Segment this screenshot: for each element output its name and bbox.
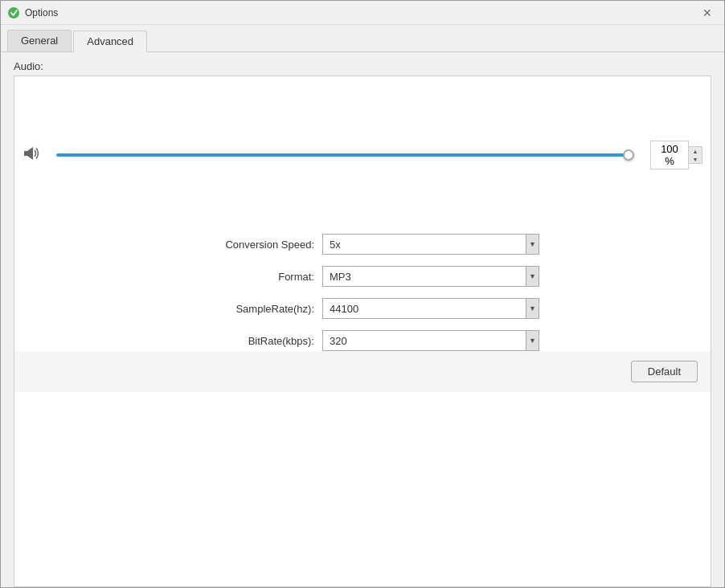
format-label: Format: (186, 271, 314, 283)
audio-box: 100 % ▲ ▼ Conversion Speed: 5x ▼ (14, 76, 711, 587)
options-window: Options ✕ General Advanced Audio: (0, 0, 725, 588)
tab-general[interactable]: General (7, 30, 72, 51)
volume-value-container: 100 % ▲ ▼ (650, 141, 702, 169)
svg-marker-2 (27, 147, 33, 160)
bottom-bar: Default (14, 351, 711, 392)
volume-unit: % (665, 155, 674, 167)
audio-section-label: Audio: (1, 52, 724, 76)
close-button[interactable]: ✕ (697, 4, 718, 22)
volume-row: 100 % ▲ ▼ (14, 141, 711, 169)
tab-advanced[interactable]: Advanced (73, 31, 147, 52)
bit-rate-label: BitRate(kbps): (186, 335, 314, 347)
volume-icon (23, 145, 40, 165)
format-arrow: ▼ (526, 267, 539, 286)
conversion-speed-arrow: ▼ (526, 235, 539, 254)
form-area: Conversion Speed: 5x ▼ Format: MP3 ▼ Sam… (14, 234, 711, 351)
app-icon (7, 6, 20, 19)
sample-rate-label: SampleRate(hz): (186, 303, 314, 315)
sample-rate-dropdown[interactable]: 44100 ▼ (322, 298, 539, 319)
tabs-container: General Advanced (1, 25, 724, 52)
volume-number: 100 (661, 143, 678, 155)
format-value: MP3 (330, 271, 526, 283)
volume-slider[interactable] (56, 153, 634, 157)
title-bar: Options ✕ (1, 1, 724, 25)
volume-spinner: ▲ ▼ (689, 146, 702, 164)
bit-rate-dropdown[interactable]: 320 ▼ (322, 330, 539, 351)
conversion-speed-row: Conversion Speed: 5x ▼ (186, 234, 539, 255)
format-row: Format: MP3 ▼ (186, 266, 539, 287)
bit-rate-arrow: ▼ (526, 331, 539, 350)
sample-rate-value: 44100 (330, 303, 526, 315)
svg-rect-1 (24, 151, 27, 156)
default-button[interactable]: Default (631, 361, 698, 382)
conversion-speed-value: 5x (330, 239, 526, 251)
volume-increase-button[interactable]: ▲ (689, 147, 702, 155)
sample-rate-row: SampleRate(hz): 44100 ▼ (186, 298, 539, 319)
format-dropdown[interactable]: MP3 ▼ (322, 266, 539, 287)
main-content: Audio: 100 % (1, 52, 724, 587)
bit-rate-row: BitRate(kbps): 320 ▼ (186, 330, 539, 351)
conversion-speed-label: Conversion Speed: (186, 239, 314, 251)
title-bar-text: Options (25, 7, 697, 18)
bit-rate-value: 320 (330, 335, 526, 347)
svg-point-0 (8, 7, 19, 18)
volume-slider-container (56, 147, 634, 163)
volume-display: 100 % (650, 141, 689, 169)
volume-decrease-button[interactable]: ▼ (689, 155, 702, 163)
conversion-speed-dropdown[interactable]: 5x ▼ (322, 234, 539, 255)
sample-rate-arrow: ▼ (526, 299, 539, 318)
